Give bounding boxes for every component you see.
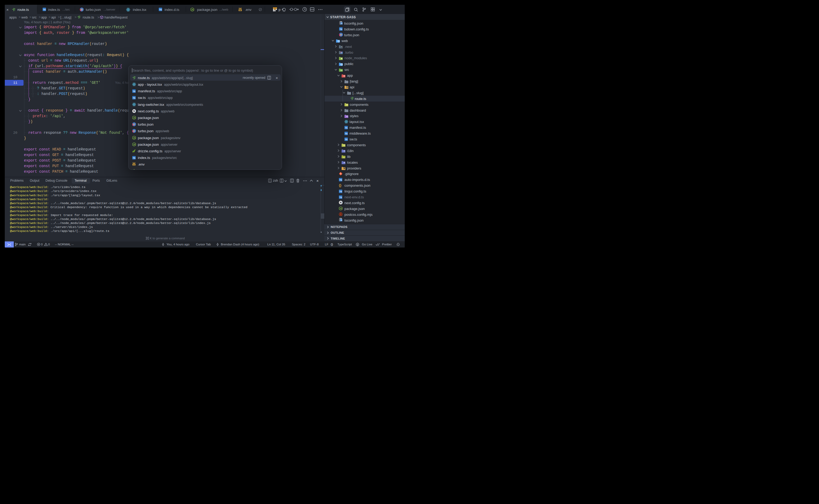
svg-text:TS: TS (345, 127, 347, 129)
svg-text:TS: TS (43, 8, 45, 11)
svg-text:JS: JS (340, 208, 342, 209)
svg-text:TS: TS (133, 90, 135, 93)
svg-text:</>: </> (340, 69, 343, 71)
svg-text:TS: TS (345, 132, 347, 135)
svg-text:N: N (340, 201, 341, 204)
svg-text:JS: JS (133, 144, 135, 145)
svg-text:TS: TS (339, 179, 342, 181)
svg-text:N: N (133, 110, 135, 112)
svg-text:JS: JS (133, 117, 135, 119)
svg-text:TS: TS (339, 190, 342, 193)
svg-text:A: A (343, 150, 345, 152)
svg-text:JS: JS (191, 9, 194, 11)
svg-text:TS: TS (340, 23, 342, 24)
svg-text:N: N (341, 46, 342, 48)
svg-text:TS: TS (340, 219, 342, 221)
svg-text:CSS: CSS (346, 116, 348, 117)
svg-text:TS: TS (133, 157, 135, 159)
svg-text:TS: TS (133, 97, 135, 99)
svg-text:TS: TS (339, 196, 342, 199)
svg-text:TS: TS (159, 8, 162, 11)
svg-text:A: A (343, 162, 345, 163)
svg-text:TS: TS (345, 138, 347, 141)
svg-text:TS: TS (340, 28, 342, 31)
svg-text:JS: JS (133, 137, 135, 139)
svg-text:#: # (346, 87, 347, 88)
